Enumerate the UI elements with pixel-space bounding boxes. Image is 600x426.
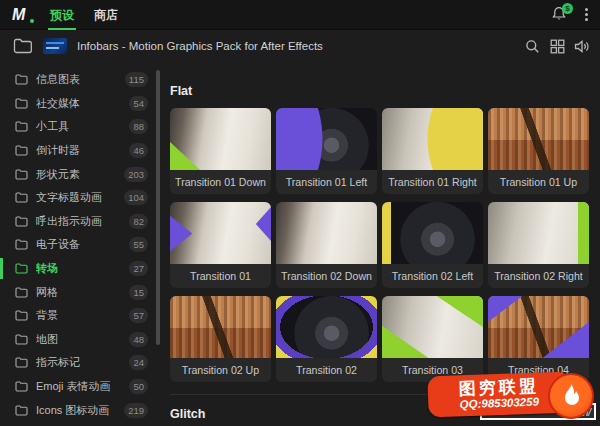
folder-icon (15, 405, 28, 416)
sidebar-category[interactable]: 形状元素 203 (0, 162, 162, 186)
sidebar-category[interactable]: 呼出指示动画 82 (0, 210, 162, 234)
category-count: 55 (129, 237, 148, 252)
preset-card[interactable]: Transition 04 (488, 296, 589, 382)
folder-icon (15, 192, 28, 203)
preset-label: Transition 02 Left (382, 264, 483, 288)
category-count: 15 (129, 285, 148, 300)
folder-icon (15, 263, 28, 274)
preset-label: Transition 02 Down (276, 264, 377, 288)
preset-label: Transition 01 (170, 264, 271, 288)
preset-card[interactable]: Transition 01 Left (276, 108, 377, 194)
category-label: 呼出指示动画 (36, 214, 102, 229)
preset-thumbnail (488, 108, 589, 170)
preset-label: Transition 01 Down (170, 170, 271, 194)
tab-presets[interactable]: 预设 (44, 0, 80, 30)
category-count: 219 (124, 403, 148, 418)
transition-overlay-shape (578, 202, 589, 264)
preset-card[interactable]: Transition 01 (170, 202, 271, 288)
preset-card[interactable]: Transition 01 Right (382, 108, 483, 194)
transition-overlay-shape (382, 296, 483, 358)
category-label: 小工具 (36, 119, 69, 134)
folder-icon[interactable] (13, 38, 33, 54)
category-count: 104 (124, 190, 148, 205)
category-count: 48 (129, 332, 148, 347)
preset-card[interactable]: Transition 01 Down (170, 108, 271, 194)
folder-icon (15, 74, 28, 85)
folder-icon (15, 216, 28, 227)
pack-title: Infobars - Motion Graphics Pack for Afte… (77, 40, 323, 52)
category-count: 115 (125, 72, 148, 87)
sidebar-category[interactable]: 转场 27 (0, 257, 162, 281)
category-count: 27 (129, 261, 148, 276)
category-label: Icons 图标动画 (36, 403, 109, 418)
category-count: 54 (129, 96, 148, 111)
sidebar-category[interactable]: Emoji 表情动画 50 (0, 375, 162, 399)
app-logo[interactable]: M (12, 6, 36, 24)
flame-icon (559, 383, 583, 409)
sale-badge: $ (562, 3, 573, 14)
preset-card[interactable]: Transition 02 Left (382, 202, 483, 288)
header-icons (524, 38, 600, 54)
sidebar-category[interactable]: 指示标记 24 (0, 351, 162, 375)
logo-dot (30, 19, 34, 23)
sidebar-category[interactable]: 背景 57 (0, 304, 162, 328)
preset-thumbnail (382, 108, 483, 170)
preset-card[interactable]: Transition 02 Down (276, 202, 377, 288)
folder-icon (15, 357, 28, 368)
transition-overlay-shape (382, 108, 483, 170)
sidebar-category[interactable]: 文字标题动画 104 (0, 186, 162, 210)
category-label: 文字标题动画 (36, 190, 102, 205)
preset-card[interactable]: Transition 03 (382, 296, 483, 382)
folder-icon (15, 169, 28, 180)
transition-overlay-shape (488, 108, 589, 170)
category-count: 50 (129, 379, 148, 394)
folder-icon (15, 287, 28, 298)
folder-icon (15, 381, 28, 392)
folder-icon (15, 98, 28, 109)
grid-view-icon[interactable] (549, 38, 565, 54)
category-label: 电子设备 (36, 237, 80, 252)
preset-label: Transition 01 Right (382, 170, 483, 194)
sidebar-category[interactable]: 电子设备 55 (0, 233, 162, 257)
notifications-button[interactable]: $ (551, 6, 569, 24)
sidebar-category[interactable]: 小工具 88 (0, 115, 162, 139)
top-bar: M 预设 商店 $ (0, 0, 600, 30)
preset-thumbnail (276, 296, 377, 358)
sidebar-category[interactable]: 网格 15 (0, 280, 162, 304)
transition-overlay-shape (170, 108, 271, 170)
preset-card[interactable]: Transition 01 Up (488, 108, 589, 194)
category-label: 信息图表 (36, 72, 80, 87)
sidebar-category[interactable]: 社交媒体 54 (0, 92, 162, 116)
preset-thumbnail (170, 108, 271, 170)
sidebar-category[interactable]: 信息图表 115 (0, 68, 162, 92)
folder-icon (15, 145, 28, 156)
transition-overlay-shape (170, 202, 271, 264)
search-icon[interactable] (524, 38, 540, 54)
sidebar-category[interactable]: Icons 图标动画 219 (0, 398, 162, 422)
category-label: 形状元素 (36, 167, 80, 182)
sidebar-scrollbar[interactable] (156, 70, 160, 345)
transition-overlay-shape (276, 108, 377, 170)
preset-card[interactable]: Transition 02 (276, 296, 377, 382)
sidebar-category[interactable]: 地图 48 (0, 328, 162, 352)
folder-icon (15, 239, 28, 250)
transition-overlay-shape (170, 296, 271, 358)
category-label: 网格 (36, 285, 58, 300)
folder-icon (15, 334, 28, 345)
preset-thumbnail (382, 296, 483, 358)
transition-overlay-shape (382, 202, 391, 264)
folder-icon (15, 121, 28, 132)
tab-store[interactable]: 商店 (88, 0, 124, 30)
preset-card[interactable]: Transition 02 Up (170, 296, 271, 382)
menu-kebab-icon[interactable] (583, 6, 590, 23)
topbar-actions: $ (551, 6, 600, 24)
category-count: 57 (129, 308, 148, 323)
motionbro-panel: M 预设 商店 $ Infobars - Motion Graphics Pac… (0, 0, 600, 426)
preset-card[interactable]: Transition 02 Right (488, 202, 589, 288)
preset-thumbnail (276, 202, 377, 264)
category-label: 背景 (36, 308, 58, 323)
sidebar-category[interactable]: 倒计时器 46 (0, 139, 162, 163)
sound-icon[interactable] (574, 38, 590, 54)
pack-thumbnail[interactable] (43, 38, 67, 54)
preset-thumbnail (488, 296, 589, 358)
